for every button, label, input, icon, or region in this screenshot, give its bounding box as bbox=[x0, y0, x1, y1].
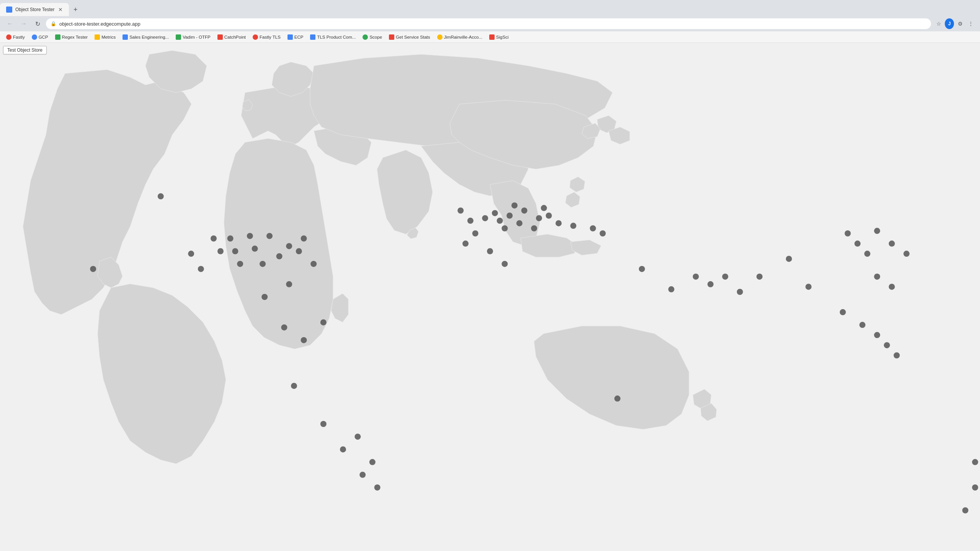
svg-point-70 bbox=[340, 446, 346, 452]
test-object-store-button[interactable]: Test Object Store bbox=[3, 46, 47, 54]
svg-point-30 bbox=[506, 213, 513, 219]
svg-point-40 bbox=[462, 241, 469, 247]
bookmark-jimrainville[interactable]: JimRainville-Acco... bbox=[434, 34, 485, 41]
address-bar[interactable]: 🔒 object-store-tester.edgecompute.app bbox=[46, 18, 931, 29]
svg-point-44 bbox=[590, 225, 596, 231]
bookmark-fastly-tls[interactable]: Fastly TLS bbox=[250, 34, 284, 41]
svg-point-25 bbox=[467, 218, 474, 224]
extensions-icon[interactable]: ⚙ bbox=[956, 19, 965, 28]
svg-point-76 bbox=[972, 459, 978, 465]
svg-point-65 bbox=[874, 332, 880, 338]
svg-point-2 bbox=[158, 193, 164, 199]
svg-point-10 bbox=[247, 233, 253, 239]
svg-point-37 bbox=[546, 213, 552, 219]
svg-point-73 bbox=[354, 434, 361, 440]
svg-point-72 bbox=[374, 484, 381, 491]
svg-point-62 bbox=[889, 284, 895, 290]
svg-point-21 bbox=[286, 281, 292, 287]
svg-point-55 bbox=[844, 230, 851, 236]
svg-point-42 bbox=[501, 261, 508, 267]
svg-point-26 bbox=[482, 215, 488, 221]
bookmark-fastly[interactable]: Fastly bbox=[3, 34, 28, 41]
svg-point-34 bbox=[531, 225, 537, 231]
svg-point-20 bbox=[301, 337, 307, 343]
bookmark-tls[interactable]: TLS Product Com... bbox=[307, 34, 359, 41]
svg-point-45 bbox=[599, 230, 606, 236]
svg-point-13 bbox=[266, 233, 273, 239]
profile-avatar: J bbox=[945, 18, 954, 29]
bookmark-tls-favicon bbox=[310, 34, 315, 40]
bookmark-sales[interactable]: Sales Engineering... bbox=[119, 34, 172, 41]
svg-point-49 bbox=[707, 281, 714, 287]
svg-point-8 bbox=[232, 248, 238, 254]
svg-point-36 bbox=[541, 205, 547, 211]
svg-point-5 bbox=[211, 235, 217, 241]
svg-point-24 bbox=[457, 207, 464, 214]
bookmark-vadim[interactable]: Vadim - OTFP bbox=[173, 34, 214, 41]
active-tab[interactable]: Object Store Tester ✕ bbox=[0, 3, 69, 16]
bookmark-ecp-favicon bbox=[287, 34, 293, 40]
svg-point-61 bbox=[874, 274, 880, 280]
url-text: object-store-tester.edgecompute.app bbox=[59, 21, 926, 27]
svg-point-74 bbox=[369, 459, 376, 465]
svg-point-46 bbox=[639, 266, 645, 272]
svg-point-54 bbox=[805, 284, 812, 290]
bookmark-star-icon[interactable]: ☆ bbox=[934, 19, 943, 28]
svg-point-66 bbox=[884, 342, 890, 348]
svg-point-69 bbox=[320, 421, 327, 427]
new-tab-button[interactable]: + bbox=[69, 3, 82, 16]
svg-point-58 bbox=[874, 228, 880, 234]
svg-point-39 bbox=[472, 230, 479, 236]
svg-point-41 bbox=[487, 248, 493, 254]
svg-point-17 bbox=[301, 235, 307, 241]
svg-point-68 bbox=[291, 383, 297, 389]
bookmark-sigsci-favicon bbox=[489, 34, 495, 40]
address-bar-row: ← → ↻ 🔒 object-store-tester.edgecompute.… bbox=[0, 16, 980, 31]
back-button[interactable]: ← bbox=[5, 18, 15, 29]
bookmark-sigsci[interactable]: SigSci bbox=[486, 34, 512, 41]
tab-close-button[interactable]: ✕ bbox=[58, 7, 63, 13]
tab-favicon bbox=[6, 7, 12, 13]
svg-point-11 bbox=[252, 246, 258, 252]
tab-title: Object Store Tester bbox=[15, 7, 55, 12]
profile-button[interactable]: J bbox=[945, 19, 954, 28]
bookmark-ecp[interactable]: ECP bbox=[284, 34, 307, 41]
svg-point-33 bbox=[521, 207, 528, 214]
svg-point-19 bbox=[281, 324, 287, 331]
bookmark-metrics[interactable]: Metrics bbox=[91, 34, 119, 41]
svg-point-60 bbox=[903, 251, 910, 257]
forward-button[interactable]: → bbox=[18, 18, 29, 29]
bookmark-getservicestats-favicon bbox=[389, 34, 394, 40]
svg-point-38 bbox=[555, 220, 562, 226]
bookmark-gcp-favicon bbox=[32, 34, 37, 40]
bookmark-gcp[interactable]: GCP bbox=[29, 34, 51, 41]
svg-point-64 bbox=[859, 322, 866, 328]
bookmark-fastly-tls-favicon bbox=[253, 34, 258, 40]
svg-point-18 bbox=[261, 294, 268, 300]
bookmark-catchpoint-favicon bbox=[217, 34, 223, 40]
bookmark-fastly-favicon bbox=[6, 34, 11, 40]
svg-point-67 bbox=[893, 352, 900, 359]
bookmark-catchpoint[interactable]: CatchPoint bbox=[214, 34, 249, 41]
bookmark-scope[interactable]: Scope bbox=[359, 34, 385, 41]
bookmark-scope-favicon bbox=[363, 34, 368, 40]
svg-point-35 bbox=[536, 215, 542, 221]
svg-point-63 bbox=[840, 309, 846, 315]
bookmark-vadim-favicon bbox=[176, 34, 181, 40]
svg-point-31 bbox=[511, 202, 518, 209]
menu-icon[interactable]: ⋮ bbox=[966, 19, 975, 28]
world-map bbox=[0, 43, 980, 551]
svg-point-6 bbox=[217, 248, 224, 254]
svg-point-77 bbox=[972, 484, 978, 491]
svg-point-50 bbox=[722, 274, 728, 280]
svg-point-7 bbox=[227, 235, 234, 241]
svg-point-23 bbox=[320, 319, 327, 325]
reload-button[interactable]: ↻ bbox=[32, 18, 43, 29]
bookmark-getservicestats[interactable]: Get Service Stats bbox=[386, 34, 433, 41]
svg-point-51 bbox=[737, 289, 743, 295]
svg-point-71 bbox=[359, 472, 366, 478]
svg-point-48 bbox=[693, 274, 699, 280]
bookmark-metrics-favicon bbox=[95, 34, 100, 40]
svg-point-9 bbox=[237, 261, 243, 267]
bookmark-regex[interactable]: Regex Tester bbox=[52, 34, 91, 41]
